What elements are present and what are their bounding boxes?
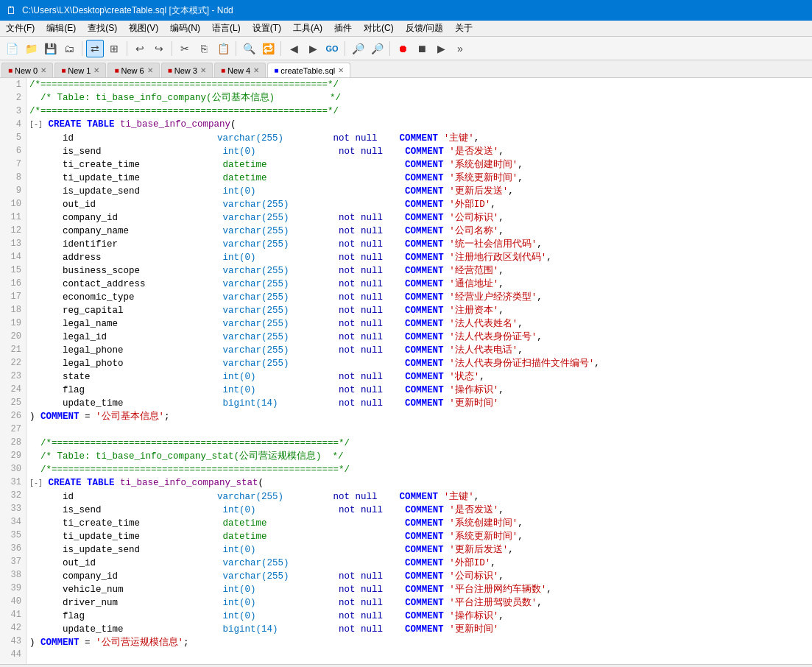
tab-new0-close[interactable]: ✕ — [40, 66, 46, 74]
tab-new3-dot: ■ — [168, 66, 172, 74]
menu-find[interactable]: 查找(S) — [82, 21, 123, 36]
toolbar: 📄 📁 💾 🗂 ⇄ ⊞ ↩ ↪ ✂ ⎘ 📋 🔍 🔁 ◀ ▶ GO 🔎 🔎 ⏺ ⏹… — [0, 37, 812, 60]
save-btn[interactable]: 💾 — [41, 40, 59, 57]
cut-btn[interactable]: ✂ — [176, 40, 194, 57]
toolbar-sep-6 — [345, 41, 345, 56]
prev-btn[interactable]: ◀ — [285, 40, 303, 57]
tab-new0-label: New 0 — [15, 66, 38, 75]
new-btn[interactable]: 📄 — [3, 40, 21, 57]
find-btn[interactable]: 🔍 — [240, 40, 258, 57]
tab-new4-label: New 4 — [227, 66, 250, 75]
menu-file[interactable]: 文件(F) — [0, 21, 40, 36]
tab-new0-dot: ■ — [8, 66, 13, 74]
menu-settings[interactable]: 设置(T) — [247, 21, 287, 36]
title-text: C:\Users\LX\Desktop\createTable.sql [文本模… — [22, 4, 233, 17]
tab-new1-dot: ■ — [61, 66, 66, 74]
tab-createtable[interactable]: ■ createTable.sql ✕ — [267, 63, 350, 77]
tab-createtable-close[interactable]: ✕ — [338, 66, 344, 74]
wrap-btn[interactable]: ⇄ — [86, 40, 104, 57]
tab-new1[interactable]: ■ New 1 ✕ — [54, 63, 106, 77]
menu-bar: 文件(F) 编辑(E) 查找(S) 视图(V) 编码(N) 语言(L) 设置(T… — [0, 21, 812, 37]
toolbar-sep-1 — [82, 41, 82, 56]
next-btn[interactable]: ▶ — [304, 40, 322, 57]
menu-lang[interactable]: 语言(L) — [206, 21, 247, 36]
redo-btn[interactable]: ↪ — [150, 40, 168, 57]
title-bar: 🗒 C:\Users\LX\Desktop\createTable.sql [文… — [0, 0, 812, 21]
tab-new3-close[interactable]: ✕ — [200, 66, 206, 74]
tab-new4-dot: ■ — [221, 66, 225, 74]
tab-new1-close[interactable]: ✕ — [93, 66, 99, 74]
indent-btn[interactable]: ⊞ — [105, 40, 123, 57]
editor: 1234567891011121314151617181920212223242… — [0, 78, 812, 664]
tab-new6-label: New 6 — [121, 66, 144, 75]
go-btn[interactable]: GO — [323, 40, 341, 57]
toolbar-sep-2 — [127, 41, 127, 56]
code-area[interactable]: /*======================================… — [27, 78, 812, 664]
zoom-in-btn[interactable]: 🔎 — [349, 40, 367, 57]
tab-new6-dot: ■ — [114, 66, 119, 74]
menu-plugins[interactable]: 插件 — [328, 21, 358, 36]
status-bar: Ln: 1 Col: 1 Sel: 0|0 UTF-8 Windows (CR … — [0, 664, 812, 667]
line-numbers: 1234567891011121314151617181920212223242… — [0, 78, 27, 664]
app-icon: 🗒 — [6, 4, 16, 16]
paste-btn[interactable]: 📋 — [214, 40, 232, 57]
tab-new1-label: New 1 — [68, 66, 91, 75]
tab-new0[interactable]: ■ New 0 ✕ — [1, 63, 53, 77]
copy-btn[interactable]: ⎘ — [195, 40, 213, 57]
menu-about[interactable]: 关于 — [449, 21, 479, 36]
rec-btn[interactable]: ⏺ — [394, 40, 412, 57]
menu-tools[interactable]: 工具(A) — [287, 21, 328, 36]
tab-new4[interactable]: ■ New 4 ✕ — [214, 63, 266, 77]
open-btn[interactable]: 📁 — [22, 40, 40, 57]
toolbar-sep-3 — [172, 41, 172, 56]
tab-new3-label: New 3 — [174, 66, 197, 75]
save-all-btn[interactable]: 🗂 — [60, 40, 78, 57]
zoom-out-btn[interactable]: 🔎 — [368, 40, 386, 57]
play-btn[interactable]: ▶ — [432, 40, 450, 57]
menu-feedback[interactable]: 反馈/问题 — [400, 21, 449, 36]
tab-new6-close[interactable]: ✕ — [147, 66, 153, 74]
toolbar-sep-5 — [280, 41, 281, 56]
menu-compare[interactable]: 对比(C) — [358, 21, 400, 36]
toolbar-sep-7 — [389, 41, 390, 56]
menu-edit[interactable]: 编辑(E) — [40, 21, 82, 36]
replace-btn[interactable]: 🔁 — [259, 40, 277, 57]
tab-new3[interactable]: ■ New 3 ✕ — [161, 63, 213, 77]
stop-btn[interactable]: ⏹ — [413, 40, 431, 57]
tab-new4-close[interactable]: ✕ — [253, 66, 259, 74]
menu-encode[interactable]: 编码(N) — [164, 21, 206, 36]
undo-btn[interactable]: ↩ — [131, 40, 149, 57]
tabs-bar: ■ New 0 ✕ ■ New 1 ✕ ■ New 6 ✕ ■ New 3 ✕ … — [0, 60, 812, 78]
tab-new6[interactable]: ■ New 6 ✕ — [107, 63, 159, 77]
tab-createtable-dot: ■ — [274, 66, 278, 74]
toolbar-sep-4 — [236, 41, 236, 56]
menu-view[interactable]: 视图(V) — [123, 21, 164, 36]
more-btn[interactable]: » — [451, 40, 469, 57]
tab-createtable-label: createTable.sql — [280, 66, 335, 75]
